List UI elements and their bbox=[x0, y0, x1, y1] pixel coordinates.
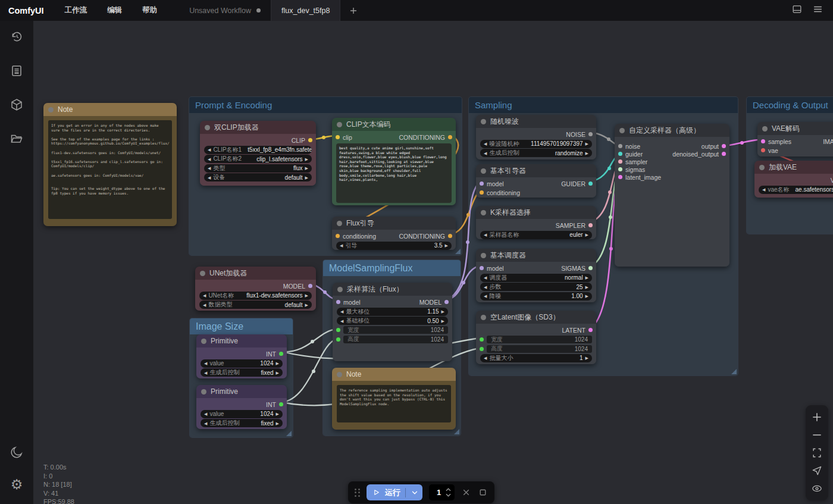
input-pin-latent-image[interactable] bbox=[618, 175, 622, 179]
prev-arrow-icon[interactable]: ◀ bbox=[340, 243, 343, 248]
widget-guidance[interactable]: ◀引导3.5▶ bbox=[336, 242, 452, 250]
batch-count-input[interactable]: 1 bbox=[429, 484, 455, 500]
next-arrow-icon[interactable]: ▶ bbox=[585, 285, 588, 289]
input-pin-conditioning[interactable] bbox=[336, 234, 340, 238]
prev-arrow-icon[interactable]: ◀ bbox=[484, 294, 487, 298]
next-arrow-icon[interactable]: ▶ bbox=[441, 319, 444, 323]
next-arrow-icon[interactable]: ▶ bbox=[305, 176, 308, 180]
node-primitive-height[interactable]: Primitive INT ◀value1024▶ ◀生成后控制fixed▶ bbox=[196, 385, 287, 429]
input-pin-conditioning[interactable] bbox=[480, 190, 484, 195]
widget-type[interactable]: ◀类型flux▶ bbox=[204, 164, 312, 173]
node-note-msf[interactable]: Note The reference sampling implementati… bbox=[332, 368, 456, 430]
collapse-dot[interactable] bbox=[48, 107, 54, 112]
output-pin-clip[interactable] bbox=[308, 138, 312, 142]
prev-arrow-icon[interactable]: ◀ bbox=[204, 412, 207, 416]
node-vae-loader[interactable]: 加载VAE VAE ◀vae名称ae.safetensors▶ bbox=[754, 161, 833, 198]
widget-weight-dtype[interactable]: ◀数据类型default▶ bbox=[199, 300, 312, 309]
node-dualclip-loader[interactable]: 双CLIP加载器 CLIP ◀CLIP名称1t5xxl_fp8_e4m3fn.s… bbox=[200, 121, 316, 186]
collapse-dot[interactable] bbox=[762, 126, 768, 132]
bottom-panel-toggle-button[interactable] bbox=[791, 4, 803, 17]
stop-icon[interactable] bbox=[478, 487, 488, 497]
sidebar-item-workflows[interactable] bbox=[9, 131, 24, 146]
tab-flux-dev-t5fp8[interactable]: flux_dev_t5fp8 bbox=[271, 0, 340, 21]
widget-value[interactable]: ◀value1024▶ bbox=[201, 359, 283, 368]
input-pin-samples[interactable] bbox=[761, 139, 765, 143]
widget-unet-name[interactable]: ◀UNet名称flux1-dev.safetensors▶ bbox=[199, 292, 312, 300]
node-random-noise[interactable]: 随机噪波 NOISE ◀噪波随机种1114957019097397▶ ◀生成后控… bbox=[476, 115, 596, 159]
prev-arrow-icon[interactable]: ◀ bbox=[203, 293, 206, 298]
collapse-dot[interactable] bbox=[200, 271, 205, 276]
widget-max-shift[interactable]: ◀最大移位1.15▶ bbox=[337, 308, 448, 316]
batch-count-steppers[interactable] bbox=[446, 488, 451, 497]
prev-arrow-icon[interactable]: ◀ bbox=[484, 276, 487, 280]
node-basic-guider[interactable]: 基本引导器 model GUIDER conditioning bbox=[476, 164, 596, 198]
collapse-dot[interactable] bbox=[619, 128, 625, 133]
select-mode-button[interactable] bbox=[811, 465, 823, 477]
output-pin-int[interactable] bbox=[279, 352, 283, 356]
node-model-sampling-flux[interactable]: 采样算法（Flux） model MODEL ◀最大移位1.15▶ ◀基础移位0… bbox=[333, 283, 452, 361]
node-clip-text-encode[interactable]: CLIP文本编码 clip CONDITIONING best quality,… bbox=[332, 118, 456, 205]
collapse-dot[interactable] bbox=[481, 315, 486, 320]
node-primitive-width[interactable]: Primitive INT ◀value1024▶ ◀生成后控制fixed▶ bbox=[196, 334, 287, 378]
widget-clip-name1[interactable]: ◀CLIP名称1t5xxl_fp8_e4m3fn.safetensors▶ bbox=[204, 146, 312, 154]
widget-scheduler[interactable]: ◀调度器normal▶ bbox=[480, 274, 592, 282]
widget-control-after-generate[interactable]: ◀生成后控制fixed▶ bbox=[201, 368, 283, 377]
output-pin-guider[interactable] bbox=[588, 181, 593, 186]
input-pin-vae[interactable] bbox=[761, 148, 765, 152]
prev-arrow-icon[interactable]: ◀ bbox=[204, 361, 207, 365]
next-arrow-icon[interactable]: ▶ bbox=[585, 294, 588, 298]
input-pin-clip[interactable] bbox=[336, 135, 340, 139]
stepper-up-icon[interactable] bbox=[446, 488, 451, 492]
prev-arrow-icon[interactable]: ◀ bbox=[208, 148, 211, 152]
collapse-dot[interactable] bbox=[481, 168, 486, 174]
next-arrow-icon[interactable]: ▶ bbox=[305, 303, 308, 307]
next-arrow-icon[interactable]: ▶ bbox=[305, 157, 308, 161]
collapse-dot[interactable] bbox=[481, 253, 486, 258]
sidebar-item-logs[interactable] bbox=[9, 63, 24, 79]
output-pin-conditioning[interactable] bbox=[448, 234, 452, 238]
prev-arrow-icon[interactable]: ◀ bbox=[340, 309, 343, 314]
input-pin-sampler[interactable] bbox=[618, 159, 622, 164]
menu-workflow[interactable]: 工作流 bbox=[55, 5, 98, 15]
widget-clip-name2[interactable]: ◀CLIP名称2clip_l.safetensors▶ bbox=[204, 155, 312, 163]
input-pin-width[interactable] bbox=[480, 337, 484, 342]
prev-arrow-icon[interactable]: ◀ bbox=[203, 303, 206, 307]
collapse-dot[interactable] bbox=[759, 165, 765, 170]
output-pin-noise[interactable] bbox=[588, 132, 593, 136]
output-pin-latent[interactable] bbox=[588, 328, 593, 332]
clear-queue-icon[interactable] bbox=[461, 487, 471, 497]
widget-value[interactable]: ◀value1024▶ bbox=[201, 410, 283, 418]
main-menu-button[interactable] bbox=[812, 4, 823, 17]
next-arrow-icon[interactable]: ▶ bbox=[441, 309, 444, 314]
prev-arrow-icon[interactable]: ◀ bbox=[762, 187, 765, 192]
collapse-dot[interactable] bbox=[337, 287, 343, 292]
group-title[interactable]: Sampling bbox=[469, 97, 738, 113]
next-arrow-icon[interactable]: ▶ bbox=[585, 356, 588, 360]
prev-arrow-icon[interactable]: ◀ bbox=[204, 371, 207, 375]
next-arrow-icon[interactable]: ▶ bbox=[276, 371, 279, 375]
collapse-dot[interactable] bbox=[205, 125, 210, 130]
group-title[interactable]: Image Size bbox=[190, 318, 293, 334]
widget-sampler-name[interactable]: ◀采样器名称euler▶ bbox=[480, 231, 592, 239]
next-arrow-icon[interactable]: ▶ bbox=[585, 151, 588, 155]
collapse-dot[interactable] bbox=[337, 122, 342, 127]
widget-device[interactable]: ◀设备default▶ bbox=[204, 173, 312, 181]
node-basic-scheduler[interactable]: 基本调度器 model SIGMAS ◀调度器normal▶ ◀步数25▶ ◀降… bbox=[476, 249, 596, 302]
input-pin-noise[interactable] bbox=[618, 144, 622, 148]
next-arrow-icon[interactable]: ▶ bbox=[305, 166, 308, 170]
input-pin-sigmas[interactable] bbox=[618, 167, 622, 171]
collapse-dot[interactable] bbox=[201, 389, 206, 395]
prev-arrow-icon[interactable]: ◀ bbox=[484, 285, 487, 289]
collapse-dot[interactable] bbox=[481, 119, 486, 124]
output-pin-conditioning[interactable] bbox=[448, 135, 452, 139]
prompt-textarea[interactable]: best quality,a cute anime girl,sunshine,… bbox=[336, 143, 452, 203]
widget-steps[interactable]: ◀步数25▶ bbox=[480, 283, 592, 291]
input-width[interactable]: 宽度1024 bbox=[476, 336, 596, 344]
theme-toggle-button[interactable] bbox=[9, 444, 24, 460]
output-pin-int[interactable] bbox=[279, 402, 283, 406]
toggle-link-visibility-button[interactable] bbox=[811, 483, 823, 494]
group-title[interactable]: ModelSamplingFlux bbox=[323, 260, 461, 276]
output-pin-denoised-output[interactable] bbox=[722, 152, 726, 156]
widget-vae-name[interactable]: ◀vae名称ae.safetensors▶ bbox=[759, 186, 833, 194]
prev-arrow-icon[interactable]: ◀ bbox=[208, 176, 211, 180]
